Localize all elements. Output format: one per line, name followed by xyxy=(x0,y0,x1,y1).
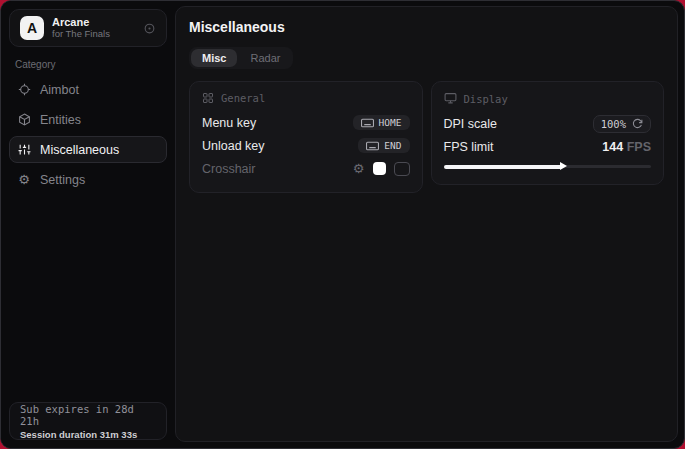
reset-icon[interactable] xyxy=(632,118,643,129)
monitor-icon xyxy=(444,92,457,105)
crosshair-icon xyxy=(17,83,31,96)
fps-limit-label: FPS limit xyxy=(444,140,494,154)
menu-key-label: Menu key xyxy=(202,116,256,130)
fps-limit-row: FPS limit 144 FPS xyxy=(444,135,652,158)
category-nav: Aimbot Entities xyxy=(1,76,175,193)
display-card: Display DPI scale 100% xyxy=(431,81,665,185)
fps-limit-slider[interactable] xyxy=(444,162,652,172)
sidebar-item-aimbot[interactable]: Aimbot xyxy=(9,76,167,103)
tab-radar[interactable]: Radar xyxy=(239,49,291,67)
app-subtitle: for The Finals xyxy=(52,29,135,40)
menu-key-binding[interactable]: HOME xyxy=(353,115,410,130)
display-card-header: Display xyxy=(444,92,652,105)
menu-key-row: Menu key HOME xyxy=(202,111,410,134)
slider-thumb[interactable] xyxy=(560,162,567,170)
unload-key-label: Unload key xyxy=(202,139,265,153)
sliders-icon xyxy=(17,143,31,156)
gear-icon: ⚙ xyxy=(17,173,31,186)
unload-key-binding[interactable]: END xyxy=(358,138,409,153)
sidebar-item-label: Aimbot xyxy=(40,83,79,97)
fps-unit: FPS xyxy=(627,140,651,154)
fps-limit-value: 144 FPS xyxy=(602,140,651,154)
sidebar-item-label: Settings xyxy=(40,173,85,187)
category-label: Category xyxy=(15,59,175,70)
grid-icon xyxy=(202,92,214,104)
crosshair-checkbox[interactable] xyxy=(394,162,410,176)
tab-misc[interactable]: Misc xyxy=(191,49,237,67)
tab-bar: Misc Radar xyxy=(189,47,293,69)
crosshair-color-swatch[interactable] xyxy=(373,162,386,175)
app-window: A Arcane for The Finals Category xyxy=(0,0,685,449)
unload-key-row: Unload key END xyxy=(202,134,410,157)
general-card-title: General xyxy=(221,92,265,104)
app-logo: A xyxy=(20,16,44,40)
keyboard-icon xyxy=(361,118,374,128)
fps-slider-fill xyxy=(444,165,562,169)
sub-expiry-text: Sub expires in 28d 21h xyxy=(20,403,156,427)
session-duration-text: Session duration 31m 33s xyxy=(20,429,156,440)
unload-key-value: END xyxy=(384,140,401,151)
subscription-card: Sub expires in 28d 21h Session duration … xyxy=(9,402,167,440)
dpi-scale-select[interactable]: 100% xyxy=(593,115,651,133)
sidebar-item-entities[interactable]: Entities xyxy=(9,106,167,133)
cards-row: General Menu key HOME Unload key xyxy=(189,81,664,193)
general-card-header: General xyxy=(202,92,410,104)
crosshair-label: Crosshair xyxy=(202,162,256,176)
sidebar-item-settings[interactable]: ⚙ Settings xyxy=(9,166,167,193)
sidebar-item-label: Entities xyxy=(40,113,81,127)
logo-text: Arcane for The Finals xyxy=(52,16,135,40)
crosshair-row: Crosshair ⚙ xyxy=(202,157,410,180)
general-card: General Menu key HOME Unload key xyxy=(189,81,423,193)
gear-icon[interactable]: ⚙ xyxy=(353,162,365,175)
cube-icon xyxy=(17,113,31,126)
keyboard-icon xyxy=(366,141,379,151)
sidebar-item-miscellaneous[interactable]: Miscellaneous xyxy=(9,136,167,163)
dpi-scale-row: DPI scale 100% xyxy=(444,112,652,135)
app-title: Arcane xyxy=(52,16,135,29)
main-panel: Miscellaneous Misc Radar General xyxy=(175,6,678,442)
crosshair-controls: ⚙ xyxy=(353,162,410,176)
dpi-scale-label: DPI scale xyxy=(444,117,498,131)
menu-key-value: HOME xyxy=(379,117,402,128)
sidebar: A Arcane for The Finals Category xyxy=(1,1,175,448)
dpi-scale-value: 100% xyxy=(601,118,626,130)
sidebar-item-label: Miscellaneous xyxy=(40,143,119,157)
display-card-title: Display xyxy=(464,93,508,105)
logo-card: A Arcane for The Finals xyxy=(9,9,167,47)
target-icon[interactable] xyxy=(143,22,156,35)
page-title: Miscellaneous xyxy=(189,19,664,35)
